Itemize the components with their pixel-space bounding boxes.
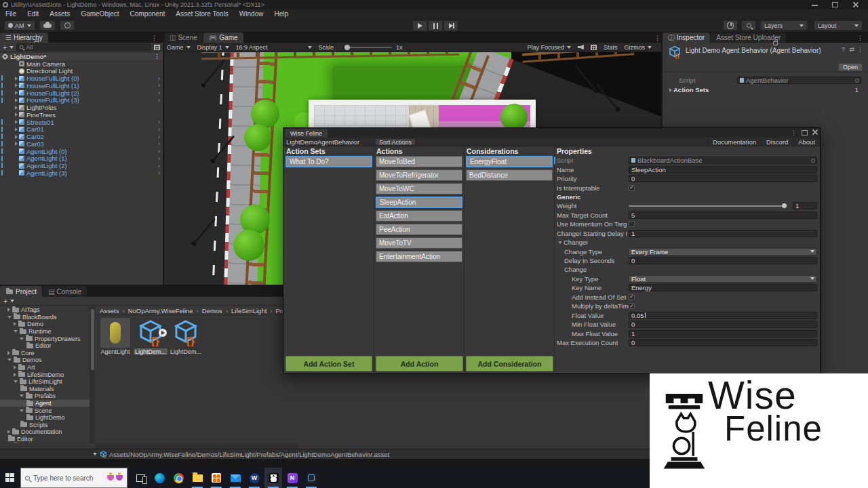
sort-actions-button[interactable]: Sort Actions bbox=[375, 138, 416, 146]
scale-slider[interactable] bbox=[344, 47, 392, 48]
expand-icon[interactable] bbox=[7, 351, 10, 355]
property-dropdown-change-type[interactable]: Every Frame bbox=[629, 248, 817, 256]
property-field-script[interactable]: BlackboardActionBase bbox=[629, 157, 817, 164]
pause-button[interactable] bbox=[428, 20, 443, 31]
property-field-max-execution-count[interactable]: 0 bbox=[629, 339, 817, 346]
unity-taskbar-icon[interactable] bbox=[264, 468, 282, 488]
consideration-item-beddistance[interactable]: BedDistance bbox=[466, 169, 553, 181]
open-prefab-icon[interactable] bbox=[158, 163, 160, 169]
chrome-icon[interactable] bbox=[170, 468, 187, 488]
expand-icon[interactable] bbox=[7, 430, 10, 434]
aspect-dropdown[interactable]: 16:9 Aspect bbox=[236, 44, 312, 51]
expand-icon[interactable] bbox=[15, 120, 18, 124]
create-asset-button[interactable] bbox=[3, 297, 14, 305]
project-folder-prefabs[interactable]: Prefabs bbox=[0, 392, 90, 400]
snip-tool-icon[interactable] bbox=[302, 468, 320, 488]
tab-hierarchy[interactable]: ☰Hierarchy bbox=[0, 33, 48, 43]
start-button[interactable] bbox=[5, 473, 15, 483]
close-icon[interactable] bbox=[812, 129, 818, 135]
property-field-max-target-count[interactable]: 5 bbox=[629, 211, 817, 219]
documentation-button[interactable]: Documentation bbox=[707, 138, 761, 146]
expand-icon[interactable] bbox=[15, 98, 18, 102]
open-prefab-icon[interactable] bbox=[158, 75, 160, 82]
hierarchy-item-pinetrees[interactable]: PineTrees bbox=[0, 111, 163, 119]
breadcrumb-nooparmy-wisefeline[interactable]: NoOpArmy.WiseFeline bbox=[128, 307, 202, 314]
help-icon[interactable]: ? bbox=[842, 46, 845, 53]
property-field-max-float-value[interactable]: 1 bbox=[629, 330, 817, 338]
metrics-icon[interactable] bbox=[591, 45, 597, 50]
add-action-button[interactable]: Add Action bbox=[376, 356, 463, 371]
tab-game[interactable]: 🎮Game bbox=[203, 33, 243, 43]
property-field-key-name[interactable]: Energy bbox=[629, 284, 817, 291]
property-field-priority[interactable]: 0 bbox=[629, 175, 817, 182]
open-prefab-icon[interactable] bbox=[158, 169, 160, 176]
tab-scene[interactable]: ◫Scene bbox=[164, 33, 203, 43]
consideration-item-energyfloat[interactable]: EnergyFloat bbox=[466, 156, 553, 167]
search-button[interactable] bbox=[741, 20, 756, 30]
account-button[interactable]: AM bbox=[4, 20, 35, 30]
menu-component[interactable]: Component bbox=[125, 9, 171, 18]
hierarchy-item-agentlight-1[interactable]: AgentLight (1) bbox=[0, 155, 163, 163]
collapse-icon[interactable] bbox=[14, 330, 18, 333]
open-prefab-icon[interactable] bbox=[158, 148, 160, 155]
scene-visibility-icon[interactable] bbox=[154, 45, 160, 50]
menu-help[interactable]: Help bbox=[269, 9, 294, 18]
open-prefab-icon[interactable] bbox=[158, 119, 160, 125]
play-focused-dropdown[interactable]: Play Focused bbox=[527, 44, 571, 51]
project-folder-art[interactable]: Art bbox=[0, 364, 90, 371]
scrollbar-handle[interactable] bbox=[91, 309, 94, 370]
stats-button[interactable]: Stats bbox=[604, 44, 618, 51]
layout-dropdown[interactable]: Layout bbox=[814, 20, 863, 30]
project-hscrollbar[interactable] bbox=[96, 444, 299, 449]
property-checkbox-multiply-by-deltatime[interactable] bbox=[629, 303, 635, 309]
window-menu-icon[interactable] bbox=[791, 129, 797, 136]
expand-icon[interactable] bbox=[15, 127, 18, 131]
expand-icon[interactable] bbox=[7, 308, 10, 312]
project-file-lightdem[interactable]: {}LightDem... bbox=[169, 318, 203, 355]
menu-gameobject[interactable]: GameObject bbox=[75, 9, 124, 18]
slider-track[interactable] bbox=[629, 205, 786, 207]
project-tree-scrollbar[interactable] bbox=[90, 306, 95, 443]
inspector-menu-icon[interactable] bbox=[857, 35, 863, 41]
scene-menu-icon[interactable] bbox=[154, 53, 160, 60]
hierarchy-search-input[interactable]: All bbox=[16, 43, 151, 51]
expand-icon[interactable] bbox=[15, 142, 18, 146]
collapse-icon[interactable] bbox=[20, 394, 24, 397]
property-checkbox-add-instead-of-set[interactable] bbox=[629, 294, 635, 300]
breadcrumb-assets[interactable]: Assets bbox=[100, 307, 128, 314]
package-app-icon[interactable] bbox=[208, 468, 225, 488]
tab-project[interactable]: Project bbox=[0, 286, 42, 297]
project-folder-documentation[interactable]: Documentation bbox=[0, 428, 90, 436]
open-prefab-icon[interactable] bbox=[158, 97, 160, 104]
game-menu-icon[interactable] bbox=[654, 35, 660, 41]
property-dropdown-key-type[interactable]: Float bbox=[629, 275, 817, 283]
project-folder-scene[interactable]: Scene bbox=[0, 407, 90, 414]
project-folder-materials[interactable]: Materials bbox=[0, 386, 90, 393]
expand-icon[interactable] bbox=[14, 365, 16, 369]
purple-n-app-icon[interactable] bbox=[283, 468, 301, 488]
property-checkbox-is-interruptable[interactable] bbox=[629, 185, 635, 191]
hierarchy-item-agentlight-0[interactable]: AgentLight (0) bbox=[0, 148, 163, 155]
project-folder-lifesimlight[interactable]: LifeSimLight bbox=[0, 378, 90, 386]
hierarchy-item-agentlight-2[interactable]: AgentLight (2) bbox=[0, 162, 163, 169]
minimize-icon[interactable] bbox=[812, 2, 818, 6]
about-button[interactable]: About bbox=[793, 138, 820, 146]
cloud-button[interactable] bbox=[39, 20, 56, 30]
mail-icon[interactable] bbox=[226, 468, 244, 488]
slider-value-field[interactable]: 1 bbox=[793, 202, 817, 209]
property-field-changer-starting-delay-in-s[interactable]: 1 bbox=[629, 230, 817, 237]
expand-icon[interactable] bbox=[15, 113, 18, 117]
play-button[interactable] bbox=[412, 20, 427, 31]
hierarchy-item-lightdemo[interactable]: LightDemo* bbox=[0, 53, 163, 60]
expand-icon[interactable] bbox=[14, 373, 16, 377]
breadcrumb-lifesimlight[interactable]: LifeSimLight bbox=[231, 307, 275, 314]
gizmos-dropdown[interactable]: Gizmos bbox=[624, 44, 652, 51]
expand-icon[interactable] bbox=[15, 106, 18, 110]
history-button[interactable] bbox=[723, 20, 738, 30]
foldout-open-icon[interactable] bbox=[558, 241, 562, 244]
action-item-eataction[interactable]: EatAction bbox=[376, 210, 462, 222]
open-prefab-icon[interactable] bbox=[158, 126, 160, 133]
step-button[interactable] bbox=[443, 20, 458, 31]
action-set-item-what-to-do[interactable]: What To Do? bbox=[285, 156, 372, 167]
discord-button[interactable]: Discord bbox=[761, 138, 793, 146]
